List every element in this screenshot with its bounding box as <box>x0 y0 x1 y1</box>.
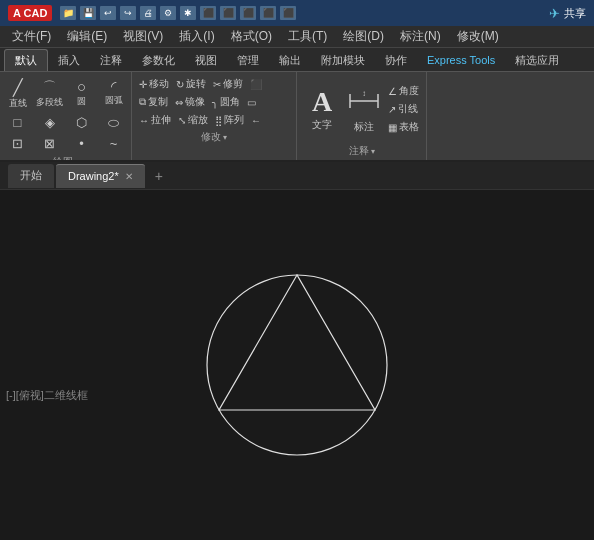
text-label: 文字 <box>312 118 332 132</box>
stretch-icon: ↔ <box>139 115 149 126</box>
menu-view[interactable]: 视图(V) <box>115 26 171 48</box>
btn-array[interactable]: ⣿ 阵列 <box>212 112 247 128</box>
extra-icon7[interactable]: ⬛ <box>280 6 296 20</box>
annotation-group-label: 注释 ▾ <box>349 144 375 158</box>
drawing-triangle <box>219 275 375 410</box>
modify-row-2: ⧉ 复制 ⇔ 镜像 ╮ 圆角 ▭ <box>136 94 292 110</box>
hatch-icon: ◈ <box>45 115 55 130</box>
btn-fillet[interactable]: ╮ 圆角 <box>209 94 243 110</box>
redo-icon[interactable]: ↪ <box>120 6 136 20</box>
btn-dimension-group[interactable]: ↕ 标注 <box>347 84 381 134</box>
tab-manage[interactable]: 管理 <box>227 49 269 71</box>
polyline-icon: ⌒ <box>43 78 56 96</box>
tab-default[interactable]: 默认 <box>4 49 48 71</box>
scale-icon: ⤡ <box>178 115 186 126</box>
btn-arc[interactable]: ◜ 圆弧 <box>98 76 129 112</box>
btn-rotate[interactable]: ↻ 旋转 <box>173 76 209 92</box>
plot-icon[interactable]: 🖨 <box>140 6 156 20</box>
drawing-svg <box>0 190 594 540</box>
btn-table[interactable]: ▦ 表格 <box>385 119 422 135</box>
extra-icon[interactable]: ⚙ <box>160 6 176 20</box>
btn-polyline[interactable]: ⌒ 多段线 <box>34 76 65 112</box>
save-icon[interactable]: 💾 <box>80 6 96 20</box>
extra-icon4[interactable]: ⬛ <box>220 6 236 20</box>
btn-copy[interactable]: ⧉ 复制 <box>136 94 171 110</box>
tab-drawing2[interactable]: Drawing2* ✕ <box>56 164 145 188</box>
tab-start[interactable]: 开始 <box>8 164 54 188</box>
modify-dropdown[interactable]: ▾ <box>223 133 227 142</box>
btn-stretch[interactable]: ↔ 拉伸 <box>136 112 174 128</box>
btn-ellipse[interactable]: ⬭ <box>98 113 129 133</box>
tab-collaborate[interactable]: 协作 <box>375 49 417 71</box>
tab-addon[interactable]: 附加模块 <box>311 49 375 71</box>
trim-icon: ✂ <box>213 79 221 90</box>
tab-view[interactable]: 视图 <box>185 49 227 71</box>
btn-hatch[interactable]: ◈ <box>34 113 65 133</box>
modify-group-label: 修改 ▾ <box>201 130 227 144</box>
menu-draw[interactable]: 绘图(D) <box>335 26 392 48</box>
doc-tabs: 开始 Drawing2* ✕ + <box>0 162 594 190</box>
wipeout-icon: • <box>79 136 84 151</box>
extra-icon6[interactable]: ⬛ <box>260 6 276 20</box>
tab-parametric[interactable]: 参数化 <box>132 49 185 71</box>
ellipse-icon: ⬭ <box>108 115 119 131</box>
share-label: 共享 <box>564 6 586 21</box>
tab-express-tools[interactable]: Express Tools <box>417 49 505 71</box>
btn-wipeout[interactable]: • <box>66 134 97 153</box>
ribbon-group-annotation: A 文字 ↕ 标注 ∠ 角度 <box>297 72 427 160</box>
tab-featured[interactable]: 精选应用 <box>505 49 569 71</box>
line-icon: ╱ <box>13 78 23 97</box>
btn-spline[interactable]: ~ <box>98 134 129 153</box>
share-area[interactable]: ✈ 共享 <box>549 6 586 21</box>
btn-point[interactable]: ⊡ <box>2 134 33 153</box>
modify-rows: ✛ 移动 ↻ 旋转 ✂ 修剪 ⬛ ⧉ 复制 ⇔ 镜像 <box>136 76 292 128</box>
btn-erase[interactable]: ▭ <box>244 96 259 109</box>
btn-polygon[interactable]: ⬡ <box>66 113 97 133</box>
menu-insert[interactable]: 插入(I) <box>171 26 222 48</box>
tab-insert[interactable]: 插入 <box>48 49 90 71</box>
btn-leader[interactable]: ↗ 引线 <box>385 101 422 117</box>
extra-icon2[interactable]: ✱ <box>180 6 196 20</box>
btn-circle[interactable]: ○ 圆 <box>66 76 97 112</box>
btn-extend[interactable]: ← <box>248 114 264 127</box>
menu-edit[interactable]: 编辑(E) <box>59 26 115 48</box>
ribbon-tabs: 默认 插入 注释 参数化 视图 管理 输出 附加模块 协作 Express To… <box>0 48 594 72</box>
btn-scale[interactable]: ⤡ 缩放 <box>175 112 211 128</box>
extra-icon3[interactable]: ⬛ <box>200 6 216 20</box>
fillet-icon: ╮ <box>212 97 218 108</box>
menu-tools[interactable]: 工具(T) <box>280 26 335 48</box>
annotation-dropdown[interactable]: ▾ <box>371 147 375 156</box>
undo-icon[interactable]: ↩ <box>100 6 116 20</box>
btn-angle[interactable]: ∠ 角度 <box>385 83 422 99</box>
btn-move[interactable]: ✛ 移动 <box>136 76 172 92</box>
spline-icon: ~ <box>110 136 118 151</box>
btn-region[interactable]: ⊠ <box>34 134 65 153</box>
btn-break[interactable]: ⬛ <box>247 78 265 91</box>
btn-trim[interactable]: ✂ 修剪 <box>210 76 246 92</box>
btn-mirror[interactable]: ⇔ 镜像 <box>172 94 208 110</box>
circle-icon: ○ <box>77 78 86 95</box>
polyline-label: 多段线 <box>36 96 63 109</box>
leader-icon: ↗ <box>388 104 396 115</box>
tab-add-button[interactable]: + <box>147 164 171 188</box>
drawing-circle <box>207 275 387 455</box>
ribbon-group-modify: ✛ 移动 ↻ 旋转 ✂ 修剪 ⬛ ⧉ 复制 ⇔ 镜像 <box>132 72 297 160</box>
menu-modify[interactable]: 修改(M) <box>449 26 507 48</box>
polygon-icon: ⬡ <box>76 115 87 130</box>
btn-text[interactable]: A 文字 <box>301 82 343 136</box>
btn-rect[interactable]: □ <box>2 113 33 133</box>
rotate-icon: ↻ <box>176 79 184 90</box>
title-bar: A CAD 📁 💾 ↩ ↪ 🖨 ⚙ ✱ ⬛ ⬛ ⬛ ⬛ ⬛ ✈ 共享 <box>0 0 594 26</box>
erase-icon: ▭ <box>247 97 256 108</box>
menu-dimension[interactable]: 标注(N) <box>392 26 449 48</box>
menu-file[interactable]: 文件(F) <box>4 26 59 48</box>
app-logo: A CAD <box>8 5 52 21</box>
tab-output[interactable]: 输出 <box>269 49 311 71</box>
arc-icon: ◜ <box>111 78 116 94</box>
open-icon[interactable]: 📁 <box>60 6 76 20</box>
tab-drawing2-close[interactable]: ✕ <box>125 171 133 182</box>
tab-annotation[interactable]: 注释 <box>90 49 132 71</box>
menu-format[interactable]: 格式(O) <box>223 26 280 48</box>
btn-line[interactable]: ╱ 直线 <box>2 76 33 112</box>
extra-icon5[interactable]: ⬛ <box>240 6 256 20</box>
